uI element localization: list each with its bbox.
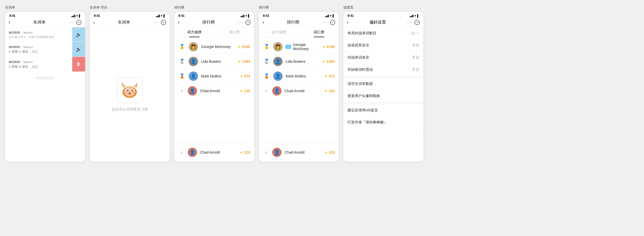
avatar-4-1: 👩 xyxy=(273,42,283,51)
more-button-3[interactable]: ··· xyxy=(238,20,243,25)
settings-value-3: 开启 xyxy=(412,55,419,60)
target-icon-3[interactable] xyxy=(245,20,251,25)
target-icon-2[interactable] xyxy=(161,20,166,25)
nav-right-2: ··· xyxy=(153,20,166,25)
section-label-3: 排行榜 xyxy=(174,5,254,10)
word-content-3: access /ˈæksɛs/ v. 获取 n. 接近，入口 xyxy=(5,57,72,72)
settings-action-2[interactable]: 更新用户头像和昵称 xyxy=(343,90,423,102)
section-label-4: 排行榜 xyxy=(259,5,339,10)
more-button-4[interactable]: ··· xyxy=(323,20,327,25)
rank-item-3-1: 🥇 👩 Georgie McKinney ★ 5196 xyxy=(174,40,254,54)
medal-1-3: 🥇 xyxy=(178,43,186,50)
rank-bottom-name-4: Chad Arnold xyxy=(285,150,321,154)
rank-bottom-item-4: 4 👤 Chad Arnold ★ 120 xyxy=(259,145,339,160)
nav-left-1: ‹ xyxy=(9,20,10,25)
word-item-3[interactable]: access /ˈæksɛs/ v. 获取 n. 接近，入口 🗑 xyxy=(5,57,85,72)
time-4: 9:41 xyxy=(263,14,269,18)
time-2: 9:41 xyxy=(94,14,100,18)
settings-item-2[interactable]: 游戏背景音乐 开启 xyxy=(343,40,423,52)
word-action-speaker-2[interactable]: 🔈 xyxy=(72,42,85,57)
section-label-5: 设置页 xyxy=(343,5,423,10)
avatar-bottom-4: 👤 xyxy=(272,148,282,157)
rank-score-3-3: ★ 472 xyxy=(240,74,250,78)
status-bar-2: 9:41 ▾ ▌ xyxy=(90,12,170,19)
back-button-4[interactable]: ‹ xyxy=(262,20,264,25)
settings-link-1[interactable]: 建议反馈/BUG提交 xyxy=(343,104,423,116)
target-icon-4[interactable] xyxy=(330,20,335,25)
status-bar-1: 9:41 ▾ ▌ xyxy=(5,12,85,19)
settings-val-4: 开启 xyxy=(412,67,419,72)
target-icon-1[interactable] xyxy=(76,20,81,25)
more-button-2[interactable]: ··· xyxy=(153,20,158,25)
section-label-1: 生词本 xyxy=(5,5,85,10)
nav-right-5: ··· xyxy=(407,20,420,25)
star-icon-4-4: ★ xyxy=(324,89,328,93)
tab-word-power-3[interactable]: 词力值榜 xyxy=(174,27,214,37)
status-icons-1: ▾ ▌ xyxy=(71,14,81,18)
rank-bottom-name-3: Chad Arnold xyxy=(200,150,237,154)
nav-bar-3: ‹ 排行榜 ··· xyxy=(174,19,254,27)
word-item-1[interactable]: access /ˈæksɛs/ 点击显示译文，长按可切换删除/发音 🔈 xyxy=(5,27,85,42)
tab-vocab-4[interactable]: 词汇榜 xyxy=(299,27,339,37)
rank-name-3-1: Georgie McKinney xyxy=(201,45,235,49)
back-button-1[interactable]: ‹ xyxy=(9,20,10,25)
word-action-trash-1[interactable]: 🗑 xyxy=(72,57,85,72)
rank-item-4-2: 🥈 👤 Lida Bowers ★ 1283 xyxy=(259,54,339,69)
score-num-4-1: 5196 xyxy=(327,45,335,49)
section-label-2: 生词本-空白 xyxy=(90,5,170,10)
avatar-3-1: 👩 xyxy=(189,42,198,51)
tab-vocab-3[interactable]: 词汇榜 xyxy=(214,27,254,37)
settings-divider-1 xyxy=(343,76,423,78)
settings-item-3[interactable]: 对战单词发音 开启 xyxy=(343,52,423,64)
tab-word-power-4[interactable]: 词力值榜 xyxy=(259,27,299,37)
settings-item-1[interactable]: 单局对战单词数目 10 ✏ xyxy=(343,27,423,40)
rank-item-4-4: 4 👤 Chad Arnold ★ 120 xyxy=(259,84,339,98)
word-def-2: v. 获取 n. 接近，入口 xyxy=(9,50,69,54)
star-bottom-icon-4: ★ xyxy=(324,150,328,154)
avatar-3-2: 👤 xyxy=(189,57,198,66)
word-phonetic-1: /ˈæksɛs/ xyxy=(22,31,33,34)
word-action-speaker-1[interactable]: 🔈 xyxy=(72,27,85,42)
more-button-5[interactable]: ··· xyxy=(407,20,412,25)
word-list-1: access /ˈæksɛs/ 点击显示译文，长按可切换删除/发音 🔈 acce… xyxy=(5,27,85,162)
nav-title-1: 生词本 xyxy=(33,20,46,25)
ranking-2-phone: 9:41 ▾ ▌ ‹ 排行榜 ··· 词力值榜 词汇榜 xyxy=(259,12,339,162)
star-bottom-icon-3: ★ xyxy=(240,150,243,154)
rank-list-4: 🥇 👩 我 Georgie McKinney ★ 5196 🥈 👤 Lida B… xyxy=(259,37,339,143)
rank-list-3: 🥇 👩 Georgie McKinney ★ 5196 🥈 👤 Lida Bow… xyxy=(174,37,254,143)
back-button-5[interactable]: ‹ xyxy=(347,20,349,25)
medal-3-4: 🥉 xyxy=(263,73,270,80)
rank-name-4-3: Mark Mullins xyxy=(286,74,321,78)
target-icon-5[interactable] xyxy=(415,20,420,25)
settings-item-4[interactable]: 开始错词时震动 开启 xyxy=(343,64,423,76)
score-num-3-1: 5196 xyxy=(242,45,250,49)
word-en-1: access xyxy=(9,30,20,34)
back-button-2[interactable]: ‹ xyxy=(93,20,95,25)
rank-score-3-1: ★ 5196 xyxy=(238,45,250,49)
wifi-icon-5: ▾ xyxy=(415,14,416,18)
settings-label-2: 游戏背景音乐 xyxy=(348,43,369,48)
more-button-1[interactable]: ··· xyxy=(69,20,74,25)
rank-name-3-3: Mark Mullins xyxy=(201,74,237,78)
settings-action-1[interactable]: 清空生词本数据 xyxy=(343,78,423,90)
rank-name-4-1: Georgie McKinney xyxy=(293,43,319,51)
medal-1-4: 🥇 xyxy=(263,43,270,50)
nav-bar-2: ‹ 生词本 ··· xyxy=(90,19,170,27)
wifi-icon-4: ▾ xyxy=(330,14,332,18)
rank-bottom-num-4: 4 xyxy=(263,151,269,154)
empty-state-1: 还没有生词需要复习哦 xyxy=(90,27,170,162)
word-phonetic-2: /ˈæksɛs/ xyxy=(22,45,33,49)
trash-icon-1: 🗑 xyxy=(76,61,81,67)
word-en-2: access xyxy=(9,45,20,49)
back-button-3[interactable]: ‹ xyxy=(178,20,179,25)
settings-label-4: 开始错词时震动 xyxy=(348,67,373,72)
svg-point-13 xyxy=(124,91,127,94)
signal-icon-1 xyxy=(71,14,75,17)
ranking-1-phone: 9:41 ▾ ▌ ‹ 排行榜 ··· 词力值榜 词汇榜 xyxy=(174,12,254,162)
avatar-3-4: 👤 xyxy=(188,86,197,96)
settings-link-2[interactable]: 打赏作者『请吃棒棒糖』 xyxy=(343,116,423,129)
word-content-1: access /ˈæksɛs/ 点击显示译文，长按可切换删除/发音 xyxy=(5,27,72,42)
rank-bottom-item-3: 4 👤 Chad Arnold ★ 120 xyxy=(174,145,254,160)
word-item-2[interactable]: access /ˈæksɛs/ v. 获取 n. 接近，入口 🔈 xyxy=(5,42,85,57)
svg-point-9 xyxy=(131,90,133,91)
